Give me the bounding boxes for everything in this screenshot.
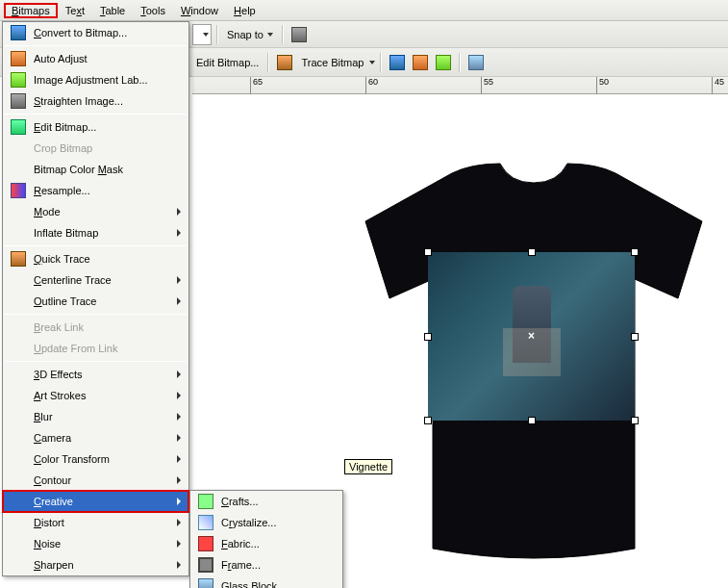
menu-item-label: Glass Block... [217, 580, 327, 588]
toolbar-button[interactable] [433, 52, 454, 73]
selection-handle[interactable] [424, 248, 432, 256]
tooltip: Vignette [344, 459, 392, 474]
menu-item-frame[interactable]: Frame... [190, 554, 342, 575]
menu-item-label: Quick Trace [30, 253, 173, 265]
menu-item-contour[interactable]: Contour [3, 470, 188, 491]
menu-item-label: Art Strokes [30, 390, 173, 401]
bitmap-icon [7, 25, 30, 40]
menu-item-convert-to-bitmap[interactable]: Convert to Bitmap... [3, 22, 188, 43]
menu-item-sharpen[interactable]: Sharpen [3, 554, 188, 575]
toolbar-separator [267, 53, 269, 72]
menubar-item-window[interactable]: Window [173, 3, 226, 18]
menu-separator [5, 314, 187, 315]
menu-item-inflate-bitmap[interactable]: Inflate Bitmap [3, 222, 188, 243]
menu-item-label: Fabric... [217, 538, 327, 550]
menu-item-label: Image Adjustment Lab... [30, 74, 173, 86]
menubar-item-tools[interactable]: Tools [133, 3, 173, 18]
menu-item-3d-effects[interactable]: 3D Effects [3, 364, 188, 385]
menu-item-update-from-link: Update From Link [3, 338, 188, 359]
menu-item-label: Crafts... [217, 496, 327, 507]
menu-item-resample[interactable]: Resample... [3, 180, 188, 201]
bitmaps-menu: Convert to Bitmap...Auto AdjustImage Adj… [2, 21, 189, 576]
trace-bitmap-button[interactable] [274, 52, 295, 73]
trace-icon [7, 251, 30, 267]
toolbar-separator [282, 25, 284, 44]
menu-item-auto-adjust[interactable]: Auto Adjust [3, 48, 188, 69]
menu-item-bitmap-color-mask[interactable]: Bitmap Color Mask [3, 159, 188, 180]
menu-item-image-adjustment-lab[interactable]: Image Adjustment Lab... [3, 69, 188, 90]
adjust-icon [7, 51, 30, 66]
menu-item-blur[interactable]: Blur [3, 406, 188, 427]
selection-handle[interactable] [631, 248, 639, 256]
menu-item-label: Break Link [30, 321, 173, 333]
menubar-item-table[interactable]: Table [92, 3, 133, 18]
toolbar-dropdown[interactable] [192, 24, 212, 45]
menu-item-centerline-trace[interactable]: Centerline Trace [3, 269, 188, 291]
submenu-arrow [173, 297, 185, 305]
menu-item-noise[interactable]: Noise [3, 533, 188, 554]
menu-item-crystalize[interactable]: Crystalize... [190, 512, 342, 533]
toolbar-separator [459, 53, 461, 72]
menu-item-distort[interactable]: Distort [3, 512, 188, 533]
menu-item-straighten-image[interactable]: Straighten Image... [3, 90, 188, 112]
menu-item-glass-block[interactable]: Glass Block... [190, 575, 342, 588]
menu-separator [5, 45, 187, 46]
ruler-tick: 45 [712, 77, 724, 94]
crafts-icon [194, 494, 217, 509]
menu-item-art-strokes[interactable]: Art Strokes [3, 385, 188, 406]
menubar-item-text[interactable]: Text [58, 3, 92, 18]
tool-icon [413, 55, 428, 70]
selection-handle[interactable] [424, 333, 432, 341]
menu-item-edit-bitmap[interactable]: Edit Bitmap... [3, 116, 188, 138]
trace-icon [277, 55, 292, 70]
edit-bitmap-button[interactable]: Edit Bitmap... [192, 57, 263, 68]
menu-item-label: Inflate Bitmap [30, 227, 173, 239]
edit-icon [7, 119, 30, 135]
menu-item-label: Distort [30, 517, 173, 528]
selection-handle[interactable] [631, 417, 639, 424]
crystal-icon [194, 515, 217, 530]
menu-item-outline-trace[interactable]: Outline Trace [3, 291, 188, 312]
snap-to-label: Snap to [227, 29, 264, 40]
menu-item-label: Color Transform [30, 453, 173, 465]
menu-item-crafts[interactable]: Crafts... [190, 491, 342, 512]
toolbar-button[interactable] [387, 52, 408, 73]
toolbar-button[interactable] [289, 24, 310, 45]
menubar-item-bitmaps[interactable]: Bitmaps [4, 3, 58, 18]
tool-icon [389, 55, 405, 70]
toolbar-separator [216, 25, 218, 44]
menu-item-mode[interactable]: Mode [3, 201, 188, 222]
selection-handle[interactable] [528, 248, 536, 256]
snap-to-dropdown[interactable]: Snap to [223, 29, 277, 40]
toolbar-button[interactable] [465, 52, 487, 73]
submenu-arrow [173, 276, 185, 284]
selection-handle[interactable] [528, 417, 536, 424]
menubar-item-help[interactable]: Help [226, 3, 264, 18]
menu-item-creative[interactable]: Creative [3, 491, 188, 512]
submenu-arrow [173, 540, 185, 548]
tool-icon [291, 27, 307, 42]
submenu-arrow [173, 413, 185, 421]
menu-item-camera[interactable]: Camera [3, 427, 188, 448]
menu-item-label: Outline Trace [30, 295, 173, 307]
menu-bar: BitmapsTextTableToolsWindowHelp [0, 0, 728, 21]
menu-item-crop-bitmap: Crop Bitmap [3, 138, 188, 159]
selection-handle[interactable] [631, 333, 639, 341]
chevron-down-icon [203, 33, 209, 37]
creative-submenu: Crafts...Crystalize...Fabric...Frame...G… [189, 490, 343, 588]
menu-item-quick-trace[interactable]: Quick Trace [3, 248, 188, 269]
menu-item-label: 3D Effects [30, 369, 173, 380]
toolbar-button[interactable] [410, 52, 431, 73]
menu-item-fabric[interactable]: Fabric... [190, 533, 342, 554]
menu-item-color-transform[interactable]: Color Transform [3, 448, 188, 470]
trace-bitmap-label[interactable]: Trace Bitmap [297, 57, 367, 68]
selection-handle[interactable] [424, 417, 432, 424]
menu-item-label: Bitmap Color Mask [30, 164, 173, 175]
menu-item-label: Straighten Image... [30, 95, 173, 107]
ruler-tick: 55 [481, 77, 493, 94]
menu-item-label: Convert to Bitmap... [30, 27, 173, 38]
menu-item-label: Crystalize... [217, 517, 327, 528]
chevron-down-icon [369, 61, 375, 64]
menu-item-label: Auto Adjust [30, 53, 173, 64]
submenu-arrow [173, 498, 185, 505]
